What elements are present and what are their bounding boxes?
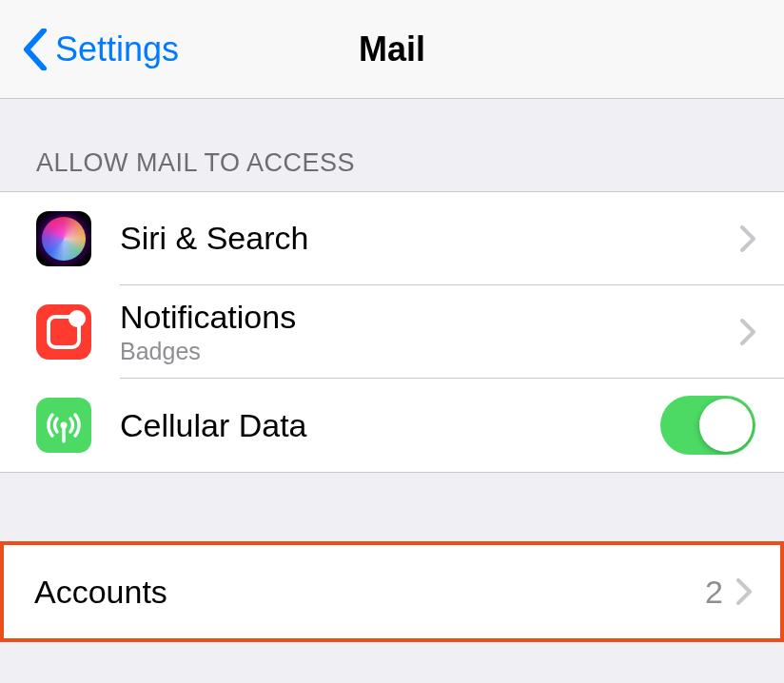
row-label-cellular: Cellular Data <box>120 407 660 444</box>
navigation-bar: Settings Mail <box>0 0 784 99</box>
chevron-right-icon <box>740 225 755 252</box>
svg-point-1 <box>69 310 86 327</box>
row-label-notifications: Notifications <box>120 299 740 336</box>
notifications-icon <box>36 304 91 360</box>
row-cellular-data: Cellular Data <box>0 379 784 472</box>
accounts-count: 2 <box>705 574 723 611</box>
section-allow-access: Siri & Search Notifications Badges <box>0 191 784 473</box>
section-accounts: Accounts 2 <box>0 541 784 642</box>
row-label-accounts: Accounts <box>34 574 705 611</box>
back-button[interactable]: Settings <box>0 29 179 70</box>
row-siri-search[interactable]: Siri & Search <box>0 192 784 285</box>
siri-icon <box>36 211 91 266</box>
section-header-allow-access: ALLOW MAIL TO ACCESS <box>0 99 784 191</box>
chevron-left-icon <box>23 29 48 70</box>
cellular-data-toggle[interactable] <box>660 396 755 455</box>
back-label: Settings <box>55 29 179 69</box>
page-title: Mail <box>359 29 425 69</box>
chevron-right-icon <box>740 319 755 345</box>
chevron-right-icon <box>736 578 752 605</box>
row-accounts[interactable]: Accounts 2 <box>4 545 780 638</box>
row-label-siri: Siri & Search <box>120 220 740 257</box>
cellular-data-icon <box>36 398 91 453</box>
row-sublabel-notifications: Badges <box>120 338 740 365</box>
row-notifications[interactable]: Notifications Badges <box>0 285 784 379</box>
toggle-knob <box>699 399 753 452</box>
